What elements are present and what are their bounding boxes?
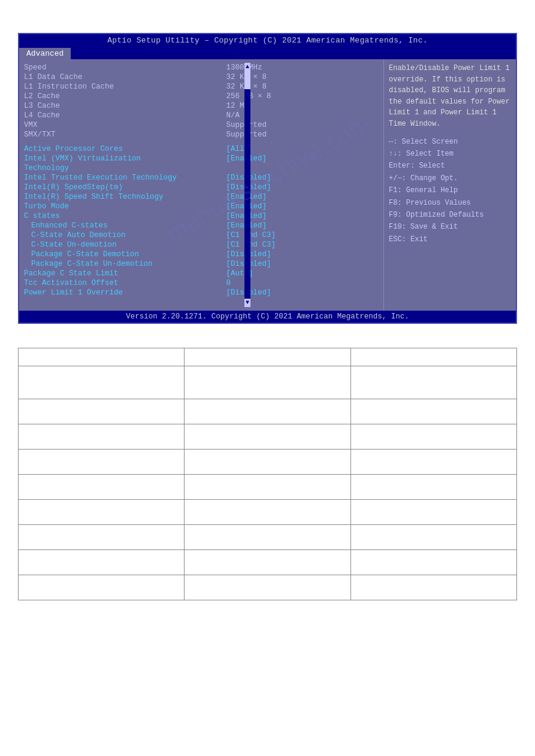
table-cell <box>185 475 350 500</box>
bios-body: Speed 1300 MHz L1 Data Cache 32 KB × 8 L… <box>19 59 516 311</box>
bios-scrollbar[interactable]: ▲ ▼ <box>244 63 250 307</box>
bios-row-enhanced-c[interactable]: Enhanced C-states [Enabled] <box>24 221 379 230</box>
active-cores-label: Active Processor Cores <box>24 145 219 153</box>
scroll-track <box>244 71 250 299</box>
l3-label: L3 Cache <box>24 102 219 110</box>
bios-row-active-cores[interactable]: Active Processor Cores [All] <box>24 144 379 154</box>
table-cell <box>19 575 185 600</box>
scroll-up-icon[interactable]: ▲ <box>244 63 250 71</box>
help-key-item: ↑↓: Select Item <box>389 148 511 160</box>
smx-label: SMX/TXT <box>24 130 219 139</box>
bios-row-tcc[interactable]: Tcc Activation Offset 0 <box>24 278 379 288</box>
table-cell <box>185 450 350 475</box>
intel-te-label: Intel Trusted Execution Technology <box>24 174 219 182</box>
table-cell <box>19 550 185 575</box>
table-row <box>19 424 517 450</box>
bios-row-l4: L4 Cache N/A <box>24 111 379 120</box>
help-key-f9: F9: Optimized Defaults <box>389 209 511 221</box>
pkg-undem-label: Package C-State Un-demotion <box>24 260 219 268</box>
bios-row-cstates[interactable]: C states [Enabled] <box>24 211 379 221</box>
bios-row-smx: SMX/TXT Supported <box>24 130 379 139</box>
table-cell <box>19 500 185 525</box>
l2-label: L2 Cache <box>24 92 219 101</box>
scroll-thumb <box>244 71 250 89</box>
scroll-down-icon[interactable]: ▼ <box>244 299 250 307</box>
bios-tab-advanced[interactable]: Advanced <box>19 48 71 59</box>
table-cell <box>185 500 350 525</box>
bios-row-turbo[interactable]: Turbo Mode [Enabled] <box>24 202 379 211</box>
bios-screen: manualsarchive.com Aptio Setup Utility –… <box>18 33 517 324</box>
vmx-tech-label: Technology <box>24 164 219 172</box>
table-cell <box>350 399 516 424</box>
enhanced-c-label: Enhanced C-states <box>24 221 219 230</box>
table-cell <box>185 575 350 600</box>
bios-row-power-limit[interactable]: Power Limit 1 Override [Disabled] <box>24 288 379 297</box>
speed-shift-label: Intel(R) Speed Shift Technology <box>24 193 219 201</box>
cstate-undem-label: C-State Un-demotion <box>24 241 219 249</box>
help-key-esc: ESC: Exit <box>389 233 511 245</box>
bios-row-l3: L3 Cache 12 MB <box>24 101 379 111</box>
table-cell <box>350 500 516 525</box>
pkg-limit-label: Package C State Limit <box>24 269 219 278</box>
bios-row-speedstep[interactable]: Intel(R) SpeedStep(tm) [Disabled] <box>24 183 379 192</box>
turbo-label: Turbo Mode <box>24 202 219 211</box>
bios-row-pkg-limit[interactable]: Package C State Limit [Auto] <box>24 269 379 278</box>
table-cell <box>185 399 350 424</box>
bios-tab-bar: Advanced <box>19 47 516 59</box>
table-row <box>19 525 517 550</box>
table-row <box>19 450 517 475</box>
table-section <box>18 348 517 600</box>
data-table <box>18 348 517 600</box>
table-row <box>19 366 517 399</box>
tcc-label: Tcc Activation Offset <box>24 279 219 287</box>
power-limit-label: Power Limit 1 Override <box>24 289 219 297</box>
table-cell <box>350 550 516 575</box>
table-cell <box>185 424 350 450</box>
table-cell <box>185 348 350 366</box>
bios-help-text: Enable/Disable Power Limit 1 override. I… <box>389 63 511 130</box>
speedstep-label: Intel(R) SpeedStep(tm) <box>24 183 219 192</box>
table-row <box>19 399 517 424</box>
help-key-f8: F8: Previous Values <box>389 197 511 209</box>
help-key-enter: Enter: Select <box>389 160 511 172</box>
table-cell <box>19 348 185 366</box>
bios-row-cstate-auto-dem[interactable]: C-State Auto Demotion [C1 and C3] <box>24 230 379 240</box>
bios-title: Aptio Setup Utility – Copyright (C) 2021… <box>107 36 428 45</box>
bios-help-keys: ↔: Select Screen ↑↓: Select Item Enter: … <box>389 136 511 246</box>
table-row <box>19 550 517 575</box>
bios-row-intel-te[interactable]: Intel Trusted Execution Technology [Disa… <box>24 173 379 183</box>
table-cell <box>19 366 185 399</box>
table-cell <box>19 450 185 475</box>
cstate-auto-dem-label: C-State Auto Demotion <box>24 231 219 239</box>
l1data-label: L1 Data Cache <box>24 73 219 81</box>
vmx-virt-label: Intel (VMX) Virtualization <box>24 154 219 163</box>
bios-row-cstate-undem[interactable]: C-State Un-demotion [C1 and C3] <box>24 240 379 250</box>
bios-row-l1instr: L1 Instruction Cache 32 KB × 8 <box>24 82 379 92</box>
table-cell <box>350 450 516 475</box>
help-key-change: +/−: Change Opt. <box>389 172 511 184</box>
help-key-f1: F1: General Help <box>389 184 511 196</box>
table-cell <box>185 525 350 550</box>
table-cell <box>350 424 516 450</box>
table-cell <box>185 550 350 575</box>
bios-row-l2: L2 Cache 256 KB × 8 <box>24 92 379 101</box>
bios-row-speed-shift[interactable]: Intel(R) Speed Shift Technology [Enabled… <box>24 192 379 202</box>
help-key-screen: ↔: Select Screen <box>389 136 511 148</box>
table-cell <box>19 525 185 550</box>
bios-row-vmx-tech: Technology <box>24 163 379 173</box>
table-cell <box>350 475 516 500</box>
l1instr-label: L1 Instruction Cache <box>24 83 219 91</box>
bios-row-pkg-dem[interactable]: Package C-State Demotion [Disabled] <box>24 250 379 259</box>
table-cell <box>19 399 185 424</box>
table-row <box>19 475 517 500</box>
bios-title-bar: Aptio Setup Utility – Copyright (C) 2021… <box>19 34 516 47</box>
l4-label: L4 Cache <box>24 111 219 120</box>
bios-row-speed: Speed 1300 MHz <box>24 63 379 72</box>
bios-row-l1data: L1 Data Cache 32 KB × 8 <box>24 72 379 82</box>
pkg-dem-label: Package C-State Demotion <box>24 250 219 259</box>
help-key-f10: F10: Save & Exit <box>389 221 511 233</box>
bios-row-pkg-undem[interactable]: Package C-State Un-demotion [Disabled] <box>24 259 379 269</box>
table-cell <box>350 525 516 550</box>
bios-row-vmx-virt[interactable]: Intel (VMX) Virtualization [Enabled] <box>24 154 379 163</box>
vmx-label: VMX <box>24 121 219 129</box>
